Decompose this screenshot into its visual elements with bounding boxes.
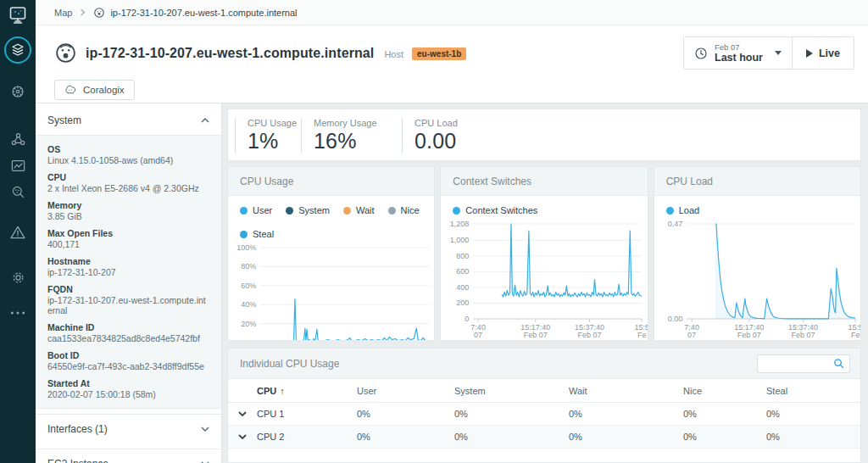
coralogix-icon — [64, 85, 77, 95]
section-header-ec2-instance[interactable]: EC2 Instance — [36, 449, 221, 463]
legend-dot — [666, 207, 674, 215]
chevron-down-icon — [201, 427, 209, 432]
host-type-label: Host — [384, 49, 403, 59]
legend-item-system[interactable]: System — [286, 205, 330, 215]
chart-legend: Context Switches — [441, 196, 647, 217]
nav-search-topology-icon[interactable] — [10, 184, 26, 200]
info-item-memory: Memory3.85 GiB — [36, 195, 221, 223]
host-header: ip-172-31-10-207.eu-west-1.compute.inter… — [36, 25, 868, 103]
legend-item-load[interactable]: Load — [666, 205, 699, 215]
section-title: EC2 Instance — [47, 458, 108, 463]
expand-chevron-icon[interactable] — [228, 411, 257, 416]
search-input[interactable] — [758, 355, 832, 372]
chevron-right-icon — [80, 8, 86, 16]
column-header-nice[interactable]: Nice — [683, 386, 766, 396]
content-area: System OSLinux 4.15.0-1058-aws (amd64) C… — [36, 103, 868, 463]
kpi-cpu-load: CPU Load 0.00 — [402, 118, 520, 153]
legend-item-steal[interactable]: Steal — [240, 229, 274, 239]
table-row-cpu-2[interactable]: CPU 2 0% 0% 0% 0% 0% — [228, 426, 860, 449]
nav-topology-network-icon[interactable] — [10, 131, 26, 148]
app-root: Map ip-172-31-10-207.eu-west-1.compute.i… — [0, 0, 868, 463]
breadcrumb-map-link[interactable]: Map — [54, 8, 72, 18]
column-header-steal[interactable]: Steal — [766, 386, 860, 396]
time-range-value: Last hour — [715, 52, 763, 64]
column-header-system[interactable]: System — [454, 386, 569, 396]
info-item-hostname: Hostnameip-172-31-10-207 — [36, 251, 221, 279]
time-controls: Feb 07 Last hour Live — [683, 36, 854, 70]
breadcrumb-host[interactable]: ip-172-31-10-207.eu-west-1.compute.inter… — [93, 7, 297, 19]
info-item-cpu: CPU2 x Intel Xeon E5-2686 v4 @ 2.30GHz — [36, 167, 221, 195]
sort-asc-icon: ↑ — [280, 386, 285, 396]
nav-alerts-warning-icon[interactable] — [9, 224, 26, 241]
chart-title: CPU Load — [654, 167, 860, 196]
section-header-system[interactable]: System — [36, 103, 221, 135]
nav-overview-wheel-icon[interactable] — [10, 84, 25, 99]
nav-dashboards-chart-icon[interactable] — [10, 158, 26, 174]
legend-item-context-switches[interactable]: Context Switches — [453, 205, 537, 215]
svg-text:200: 200 — [456, 298, 469, 307]
svg-text:0%: 0% — [245, 338, 256, 341]
svg-text:1,000: 1,000 — [450, 236, 470, 244]
table-row-cpu-1[interactable]: CPU 1 0% 0% 0% 0% 0% — [228, 403, 860, 426]
nav-more-ellipsis-icon[interactable] — [9, 310, 26, 316]
coralogix-label: Coralogix — [83, 85, 125, 95]
legend-item-wait[interactable]: Wait — [343, 205, 375, 215]
search-icon[interactable] — [832, 357, 845, 370]
chart-legend: Load — [654, 196, 860, 217]
svg-text:Feb 07: Feb 07 — [524, 331, 548, 339]
time-date: Feb 07 — [715, 42, 763, 52]
svg-text:Fe: Fe — [637, 331, 647, 339]
cpu-load-area-chart: 0.000.477:400715:17:40Feb 0715:37:40Feb … — [654, 217, 860, 341]
svg-text:1,208: 1,208 — [450, 220, 470, 228]
individual-cpu-usage-card: Individual CPU Usage CPU↑ User System Wa… — [227, 348, 861, 463]
svg-text:0.00: 0.00 — [667, 315, 682, 323]
legend-dot — [388, 207, 396, 215]
svg-text:0.47: 0.47 — [667, 220, 682, 228]
nav-settings-gear-icon[interactable] — [10, 270, 26, 286]
svg-text:07: 07 — [687, 331, 696, 339]
breadcrumb-bar: Map ip-172-31-10-207.eu-west-1.compute.i… — [36, 0, 868, 25]
live-button[interactable]: Live — [793, 37, 854, 69]
table-header-bar: Individual CPU Usage — [228, 349, 860, 379]
legend-dot — [453, 207, 460, 215]
info-item-started-at: Started At2020-02-07 15:00:18 (58m) — [36, 373, 221, 401]
legend-dot — [240, 207, 248, 215]
info-item-max-open-files: Max Open Files400,171 — [36, 223, 221, 251]
kpi-cpu-usage: CPU Usage 1% — [235, 118, 301, 153]
svg-text:60%: 60% — [241, 282, 256, 290]
expand-chevron-icon[interactable] — [228, 434, 257, 439]
table-search — [757, 354, 850, 373]
chart-legend: User System Wait Nice Steal — [228, 196, 434, 241]
legend-dot — [240, 231, 248, 238]
host-details-sidebar: System OSLinux 4.15.0-1058-aws (amd64) C… — [36, 103, 222, 463]
live-label: Live — [819, 47, 840, 59]
chart-card-cpu-load: CPU Load Load 0.000.477:400715:17:40Feb … — [654, 166, 861, 341]
svg-text:Feb 07: Feb 07 — [737, 331, 760, 339]
svg-text:600: 600 — [456, 267, 469, 276]
section-title: Interfaces (1) — [47, 423, 108, 435]
availability-zone-badge: eu-west-1b — [412, 47, 466, 60]
charts-row: CPU Usage User System Wait Nice Steal 0%… — [227, 166, 861, 341]
time-range-picker[interactable]: Feb 07 Last hour — [684, 37, 793, 69]
legend-item-user[interactable]: User — [240, 205, 272, 215]
kpi-value: 16% — [314, 129, 402, 153]
legend-item-nice[interactable]: Nice — [388, 205, 420, 215]
kpi-strip: CPU Usage 1% Memory Usage 16% CPU Load 0… — [227, 109, 861, 161]
kpi-value: 0.00 — [415, 129, 520, 153]
column-header-cpu[interactable]: CPU↑ — [257, 386, 357, 396]
legend-dot — [286, 207, 293, 215]
svg-text:Feb 07: Feb 07 — [791, 331, 815, 339]
info-item-boot-id: Boot ID64550e9f-ca7f-493c-aab2-34d8ff9df… — [36, 345, 221, 373]
nav-explore-layers-icon[interactable] — [4, 36, 31, 64]
svg-text:100%: 100% — [236, 243, 256, 252]
column-header-user[interactable]: User — [357, 386, 454, 396]
column-header-wait[interactable]: Wait — [569, 386, 683, 396]
svg-text:07: 07 — [474, 331, 482, 339]
caret-down-icon — [775, 51, 782, 55]
clock-icon — [694, 47, 708, 60]
info-item-os: OSLinux 4.15.0-1058-aws (amd64) — [36, 139, 221, 167]
app-logo-icon[interactable] — [8, 5, 28, 25]
context-switches-line-chart: 02004006008001,0001,2087:400715:17:40Feb… — [441, 217, 647, 341]
coralogix-button[interactable]: Coralogix — [54, 80, 135, 100]
section-header-interfaces[interactable]: Interfaces (1) — [36, 414, 221, 443]
